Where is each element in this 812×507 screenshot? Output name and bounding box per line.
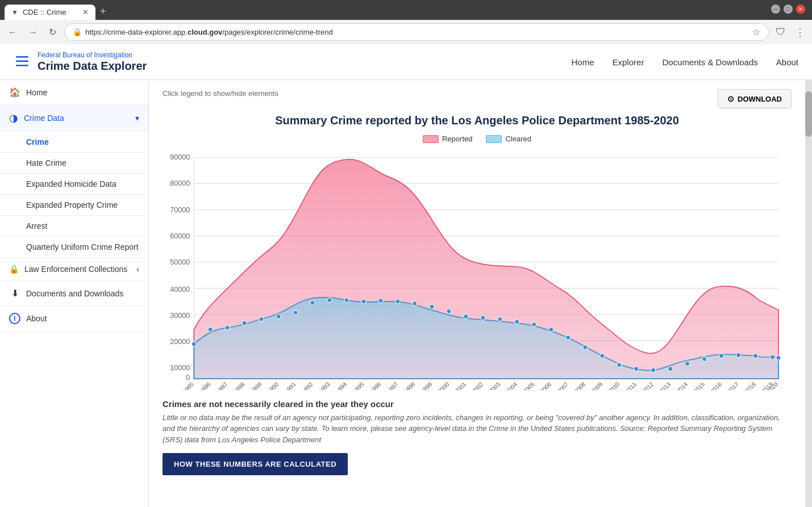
sidebar-home-label: Home <box>26 88 47 97</box>
chart-container: 90000 80000 70000 60000 50000 40000 3000… <box>163 148 792 390</box>
site-title: Crime Data Explorer <box>38 59 147 73</box>
sidebar-item-documents[interactable]: ⬇ Documents and Downloads <box>0 281 148 306</box>
home-icon: 🏠 <box>9 87 20 98</box>
svg-text:1987: 1987 <box>215 381 229 390</box>
svg-point-52 <box>668 367 673 371</box>
svg-text:1997: 1997 <box>385 381 399 390</box>
lock-icon: 🔒 <box>73 28 82 36</box>
sidebar-homicide-label: Expanded Homicide Data <box>26 179 116 188</box>
nav-documents[interactable]: Documents & Downloads <box>662 57 757 67</box>
sidebar-sub-arrest[interactable]: Arrest <box>0 216 148 237</box>
download-button[interactable]: ⊙ DOWNLOAD <box>718 89 792 108</box>
sidebar-section-law-enforcement[interactable]: 🔒 Law Enforcement Collections ‹ <box>0 258 148 281</box>
svg-text:1985: 1985 <box>181 381 195 390</box>
svg-text:0: 0 <box>186 374 190 382</box>
legend-reported-label: Reported <box>442 135 472 143</box>
svg-text:1991: 1991 <box>284 381 297 390</box>
sidebar-arrest-label: Arrest <box>26 221 47 231</box>
chevron-down-icon: ▾ <box>135 114 139 123</box>
svg-text:2004: 2004 <box>505 381 518 390</box>
sidebar-sub-quarterly[interactable]: Quarterly Uniform Crime Report <box>0 237 148 258</box>
sidebar-section-crime-data[interactable]: ◑ Crime Data ▾ <box>0 105 148 132</box>
svg-text:2010: 2010 <box>607 381 621 390</box>
svg-text:1996: 1996 <box>368 381 382 390</box>
address-bar[interactable]: 🔒 https://crime-data-explorer.app.cloud.… <box>64 23 769 41</box>
svg-point-57 <box>753 354 758 358</box>
reload-button[interactable]: ↻ <box>45 24 60 40</box>
sidebar-item-home[interactable]: 🏠 Home <box>0 80 148 105</box>
svg-text:2000: 2000 <box>436 381 450 390</box>
new-tab-button[interactable]: + <box>95 3 111 20</box>
sidebar-sub-crime[interactable]: Crime <box>0 132 148 153</box>
svg-point-44 <box>532 322 536 326</box>
menu-button[interactable]: ⋮ <box>793 24 807 41</box>
svg-text:1986: 1986 <box>198 381 212 390</box>
svg-text:2005: 2005 <box>522 381 535 390</box>
header-nav: Home Explorer Documents & Downloads Abou… <box>572 57 799 67</box>
svg-text:2014: 2014 <box>675 381 689 390</box>
sidebar-item-about[interactable]: i About <box>0 306 148 332</box>
svg-point-42 <box>498 317 502 321</box>
sidebar-law-enforcement-label: Law Enforcement Collections <box>24 265 127 274</box>
svg-point-50 <box>634 367 639 371</box>
disclaimer-title: Crimes are not necessarily cleared in th… <box>163 399 792 409</box>
crime-chart: 90000 80000 70000 60000 50000 40000 3000… <box>163 148 792 390</box>
close-button[interactable]: ✕ <box>796 5 805 14</box>
sidebar-sub-expanded-property[interactable]: Expanded Property Crime <box>0 195 148 216</box>
chart-hint: Click legend to show/hide elements <box>163 89 278 98</box>
minimize-button[interactable]: — <box>771 5 780 14</box>
svg-point-51 <box>651 368 656 372</box>
svg-rect-2 <box>16 65 28 66</box>
svg-text:1992: 1992 <box>301 381 314 390</box>
svg-point-54 <box>702 357 707 361</box>
cleared-swatch <box>486 135 502 143</box>
browser-tab[interactable]: ▼ CDE :: Crime ✕ <box>5 5 95 20</box>
nav-home[interactable]: Home <box>572 57 594 67</box>
download-icon: ⬇ <box>9 288 20 299</box>
nav-about[interactable]: About <box>776 57 798 67</box>
svg-text:1995: 1995 <box>352 381 365 390</box>
crime-data-icon: ◑ <box>9 112 18 124</box>
svg-point-25 <box>208 328 213 332</box>
sidebar-crime-label: Crime <box>26 137 49 146</box>
svg-point-35 <box>378 299 383 303</box>
svg-text:2018: 2018 <box>743 381 757 390</box>
sidebar-sub-hate-crime[interactable]: Hate Crime <box>0 153 148 174</box>
tab-title: CDE :: Crime <box>23 8 66 16</box>
svg-point-27 <box>242 321 247 325</box>
nav-explorer[interactable]: Explorer <box>613 57 644 67</box>
bookmark-icon[interactable]: ☆ <box>752 27 760 37</box>
svg-text:1988: 1988 <box>232 381 246 390</box>
close-tab-icon[interactable]: ✕ <box>82 8 89 16</box>
forward-button[interactable]: → <box>25 25 41 40</box>
back-button[interactable]: ← <box>5 25 20 40</box>
scrollbar-thumb[interactable] <box>805 91 812 137</box>
svg-text:1998: 1998 <box>402 381 416 390</box>
legend-cleared[interactable]: Cleared <box>486 135 531 143</box>
disclaimer-section: Crimes are not necessarily cleared in th… <box>163 399 792 476</box>
svg-text:60000: 60000 <box>170 232 190 240</box>
svg-text:40000: 40000 <box>170 286 190 294</box>
maximize-button[interactable]: □ <box>784 5 793 14</box>
svg-point-38 <box>430 304 434 309</box>
svg-text:2008: 2008 <box>573 381 586 390</box>
legend-cleared-label: Cleared <box>505 135 531 143</box>
law-enforcement-icon: 🔒 <box>9 265 19 274</box>
disclaimer-text: Little or no data may be the result of a… <box>163 412 792 446</box>
svg-point-59 <box>776 355 781 360</box>
svg-text:20000: 20000 <box>170 338 190 346</box>
svg-point-34 <box>361 299 366 304</box>
svg-rect-0 <box>16 56 28 58</box>
sidebar-crime-data-label: Crime Data <box>24 114 64 123</box>
app-header: Federal Bureau of Investigation Crime Da… <box>0 44 812 80</box>
sidebar-hate-crime-label: Hate Crime <box>26 158 66 167</box>
how-calculated-button[interactable]: HOW THESE NUMBERS ARE CALCULATED <box>163 453 348 475</box>
shield-button[interactable]: 🛡 <box>773 24 788 40</box>
scrollbar-track[interactable] <box>805 80 812 507</box>
sidebar-sub-expanded-homicide[interactable]: Expanded Homicide Data <box>0 174 148 195</box>
svg-text:2012: 2012 <box>641 381 655 390</box>
svg-text:2015: 2015 <box>692 381 706 390</box>
svg-text:2013: 2013 <box>658 381 672 390</box>
hamburger-menu[interactable] <box>14 54 31 70</box>
legend-reported[interactable]: Reported <box>423 135 472 143</box>
